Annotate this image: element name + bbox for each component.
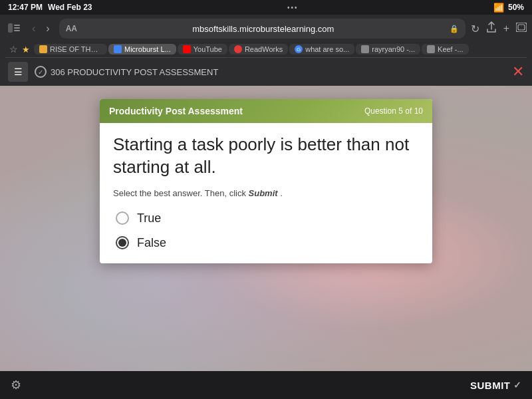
status-center: •••	[287, 4, 299, 11]
assessment-title: Productivity Post Assessment	[109, 106, 243, 116]
sidebar-toggle-button[interactable]	[5, 21, 23, 37]
browser-toolbar: ‹ › AA mbsoftskills.microburstelearning.…	[5, 19, 527, 39]
instruction-end: .	[280, 188, 283, 198]
bookmark-star-icon: ☆	[9, 44, 18, 55]
tab-favicon-readworks	[234, 45, 242, 53]
option-true-label: True	[137, 211, 161, 225]
svg-rect-0	[8, 23, 13, 33]
tab-label-rise: RISE OF THE...	[50, 45, 102, 53]
main-content: Productivity Post Assessment Question 5 …	[0, 86, 532, 371]
new-tab-button[interactable]: +	[503, 23, 509, 35]
status-right: 📶 50%	[493, 3, 524, 13]
submit-checkmark: ✓	[513, 380, 522, 390]
ellipsis: •••	[287, 4, 299, 11]
tab-label-microburst: Microburst L...	[124, 45, 171, 53]
aa-label: AA	[66, 24, 77, 33]
tab-keef[interactable]: Keef -...	[422, 44, 469, 55]
star-filled-icon: ★	[22, 45, 30, 55]
check-circle-icon: ✓	[35, 66, 47, 78]
svg-rect-1	[14, 25, 20, 26]
instruction-text: Select the best answer. Then, click Subm…	[113, 188, 419, 198]
page-header-title-container: ✓ 306 PRODUCTIVITY POST ASSESSMENT	[35, 66, 218, 78]
tab-rayryan[interactable]: rayryan90 -...	[356, 44, 420, 55]
options-container: True False	[113, 211, 419, 250]
radio-false-fill	[118, 239, 126, 247]
tab-rise[interactable]: RISE OF THE...	[34, 44, 107, 55]
reload-button[interactable]: ↻	[471, 23, 479, 35]
svg-rect-3	[14, 30, 20, 31]
tab-favicon-microburst	[114, 45, 122, 53]
tab-readworks[interactable]: ReadWorks	[229, 44, 288, 55]
option-false-row[interactable]: False	[116, 236, 416, 250]
status-left: 12:47 PM Wed Feb 23	[8, 3, 92, 12]
option-false-label: False	[137, 236, 166, 250]
tab-label-rayryan: rayryan90 -...	[372, 45, 415, 53]
date-display: Wed Feb 23	[48, 3, 92, 12]
nav-buttons: ‹ ›	[28, 21, 54, 36]
gear-button[interactable]: ⚙	[11, 378, 21, 392]
tab-favicon-keef	[427, 45, 435, 53]
status-bar: 12:47 PM Wed Feb 23 ••• 📶 50%	[0, 0, 532, 15]
tab-label-youtube: YouTube	[194, 45, 222, 53]
tab-google[interactable]: G what are so...	[289, 44, 354, 55]
submit-button[interactable]: SUBMIT ✓	[470, 380, 521, 391]
tab-favicon-rayryan	[361, 45, 369, 53]
question-text: Starting a task poorly is better than no…	[113, 134, 419, 179]
forward-button[interactable]: ›	[42, 21, 53, 36]
battery-display: 50%	[508, 3, 524, 12]
svg-rect-2	[14, 27, 20, 29]
assessment-card: Productivity Post Assessment Question 5 …	[100, 99, 432, 263]
tab-favicon-rise	[39, 45, 47, 53]
lock-icon: 🔒	[450, 25, 459, 33]
tabs-bar: ☆ ★ RISE OF THE... Microburst L... YouTu…	[5, 43, 527, 58]
close-button[interactable]: ✕	[512, 63, 524, 80]
tab-microburst[interactable]: Microburst L...	[108, 44, 176, 55]
tab-label-readworks: ReadWorks	[245, 45, 283, 53]
toolbar-actions: ↻ +	[471, 21, 527, 36]
tab-label-keef: Keef -...	[438, 45, 464, 53]
browser-chrome: ‹ › AA mbsoftskills.microburstelearning.…	[0, 15, 532, 58]
url-text: mbsoftskills.microburstelearning.com	[81, 24, 446, 34]
card-header: Productivity Post Assessment Question 5 …	[100, 99, 432, 123]
bottom-bar: ⚙ SUBMIT ✓	[0, 371, 532, 399]
instruction-bold: Submit	[249, 188, 278, 198]
tab-youtube[interactable]: YouTube	[178, 44, 227, 55]
question-counter: Question 5 of 10	[364, 106, 423, 116]
tab-favicon-youtube	[183, 45, 191, 53]
hamburger-menu-button[interactable]: ☰	[8, 62, 28, 82]
time-display: 12:47 PM	[8, 3, 43, 12]
share-button[interactable]	[486, 21, 497, 36]
submit-label: SUBMIT	[470, 380, 511, 391]
wifi-icon: 📶	[493, 3, 504, 13]
instruction-prefix: Select the best answer. Then, click	[113, 188, 246, 198]
address-bar[interactable]: AA mbsoftskills.microburstelearning.com …	[59, 19, 466, 39]
tabs-button[interactable]	[516, 23, 527, 35]
radio-false[interactable]	[116, 236, 129, 249]
option-true-row[interactable]: True	[116, 211, 416, 225]
page-header: ☰ ✓ 306 PRODUCTIVITY POST ASSESSMENT ✕	[0, 58, 532, 86]
tab-label-google: what are so...	[305, 45, 349, 53]
app-container: 12:47 PM Wed Feb 23 ••• 📶 50% ‹ ›	[0, 0, 532, 399]
back-button[interactable]: ‹	[28, 21, 39, 36]
card-body: Starting a task poorly is better than no…	[100, 123, 432, 263]
svg-rect-5	[518, 25, 525, 30]
radio-true[interactable]	[116, 211, 129, 225]
tab-favicon-google: G	[295, 45, 303, 53]
page-title: 306 PRODUCTIVITY POST ASSESSMENT	[51, 67, 218, 77]
